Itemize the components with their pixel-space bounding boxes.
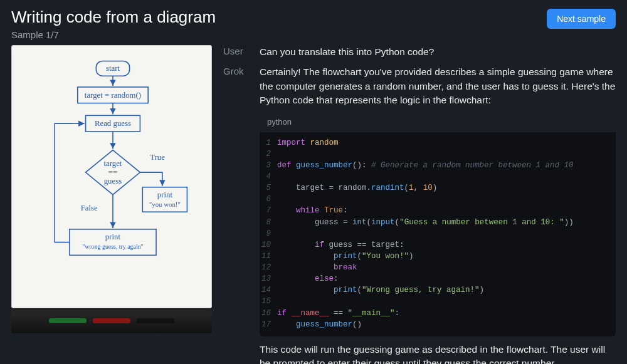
flowchart-svg: start target = random() Read guess — [19, 53, 204, 301]
page-title: Writing code from a diagram — [11, 8, 216, 27]
marker-black — [137, 318, 174, 323]
code-line: 6 — [260, 194, 616, 205]
user-message-text: Can you translate this into Python code? — [260, 45, 616, 59]
code-line: 7 while True: — [260, 205, 616, 216]
svg-text:print: print — [105, 232, 121, 241]
code-block: python 1import random23def guess_number(… — [260, 113, 616, 336]
svg-text:guess: guess — [104, 177, 122, 185]
code-line: 12 break — [260, 262, 616, 273]
code-line: 14 print("Wrong guess, try again!") — [260, 284, 616, 296]
grok-intro-text: Certainly! The flowchart you've provided… — [260, 65, 616, 107]
grok-outro-text: This code will run the guessing game as … — [260, 343, 616, 364]
code-line: 11 print("You won!") — [260, 251, 616, 262]
code-line: 16if __name__ == "__main__": — [260, 308, 616, 319]
code-body: 1import random23def guess_number(): # Ge… — [260, 132, 616, 336]
code-line: 3def guess_number(): # Generate a random… — [260, 160, 616, 171]
code-line: 9 — [260, 228, 616, 239]
svg-text:==: == — [108, 168, 117, 177]
code-line: 5 target = random.randint(1, 10) — [260, 182, 616, 194]
code-line: 1import random — [260, 137, 616, 148]
flowchart-whiteboard: start target = random() Read guess — [11, 45, 212, 308]
svg-text:target: target — [104, 159, 122, 168]
svg-text:start: start — [106, 64, 120, 73]
marker-tray — [11, 308, 212, 333]
code-line: 2 — [260, 148, 616, 160]
code-line: 4 — [260, 171, 616, 182]
speaker-label-grok: Grok — [223, 65, 251, 364]
svg-text:"you won!": "you won!" — [149, 200, 181, 208]
speaker-label-user: User — [223, 45, 251, 59]
message-grok: Grok Certainly! The flowchart you've pro… — [223, 65, 616, 364]
sample-counter: Sample 1/7 — [11, 29, 216, 40]
marker-red — [93, 318, 130, 323]
code-line: 15 — [260, 296, 616, 307]
next-sample-button[interactable]: Next sample — [547, 9, 616, 29]
code-line: 8 guess = int(input("Guess a number betw… — [260, 217, 616, 228]
svg-text:Read guess: Read guess — [95, 119, 131, 128]
svg-text:target = random(): target = random() — [85, 91, 141, 100]
code-line: 17 guess_number() — [260, 319, 616, 330]
code-line: 10 if guess == target: — [260, 239, 616, 251]
svg-text:print: print — [157, 190, 173, 199]
marker-green — [49, 318, 87, 323]
svg-text:False: False — [81, 204, 98, 212]
conversation: User Can you translate this into Python … — [223, 45, 616, 364]
message-user: User Can you translate this into Python … — [223, 45, 616, 59]
code-language-label: python — [260, 113, 616, 132]
header: Writing code from a diagram Sample 1/7 N… — [11, 8, 616, 40]
svg-text:True: True — [150, 153, 165, 162]
code-line: 13 else: — [260, 273, 616, 284]
svg-text:"wrong guess, try again": "wrong guess, try again" — [82, 243, 143, 250]
